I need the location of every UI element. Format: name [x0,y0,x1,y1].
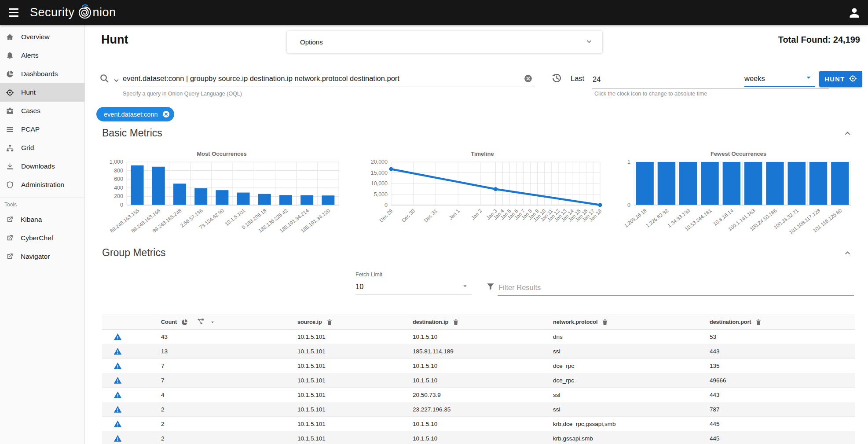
bar[interactable] [723,162,740,205]
bar[interactable] [173,183,186,205]
warning-triangle-icon[interactable] [114,377,122,384]
bar[interactable] [658,162,675,205]
table-cell[interactable]: 10.1.5.10 [402,431,542,444]
bar[interactable] [744,162,762,205]
sidebar-item-cases[interactable]: Cases [0,102,84,120]
options-expander[interactable]: Options [287,31,602,53]
sidebar-item-cyberchef[interactable]: CyberChef [0,229,84,247]
table-cell[interactable]: 2 [150,402,287,417]
table-row[interactable]: 210.1.5.10110.1.5.10krb,dce_rpc,gssapi,s… [102,417,855,431]
sidebar-item-overview[interactable]: Overview [0,28,84,46]
table-cell[interactable]: 2 [150,431,287,444]
warning-triangle-icon[interactable] [114,435,122,442]
time-unit-select[interactable]: weeks [744,70,815,87]
table-cell[interactable]: 2 [150,417,287,431]
chart-canvas[interactable]: 05,00010,00015,00020,000Dec 29Dec 30Dec … [360,158,604,246]
sidebar-item-grid[interactable]: Grid [0,139,84,157]
table-cell[interactable]: 7 [150,359,287,373]
bar[interactable] [131,165,144,205]
table-cell[interactable]: krb,gssapi,smb [542,431,699,444]
chevron-down-icon[interactable] [586,38,593,46]
trash-icon[interactable] [755,319,762,326]
table-cell[interactable]: 10.1.5.10 [402,417,542,431]
table-cell[interactable]: krb,dce_rpc,gssapi,smb [542,417,699,431]
sidebar-item-administration[interactable]: Administration [0,176,84,194]
bar[interactable] [279,195,292,205]
bar[interactable] [322,195,334,205]
table-cell[interactable]: 4 [150,388,287,402]
fetch-limit-select[interactable]: 10 [355,279,472,294]
table-cell[interactable]: 10.1.5.101 [287,330,402,344]
table-cell[interactable]: 445 [699,431,855,444]
table-row[interactable]: 710.1.5.10110.1.5.10dce_rpc49666 [102,373,855,388]
table-cell[interactable]: ssl [542,344,699,359]
table-cell[interactable]: 7 [150,373,287,388]
sidebar-item-hunt[interactable]: Hunt [0,83,84,102]
table-cell[interactable]: 10.1.5.101 [287,402,402,417]
chart-canvas[interactable]: 02004006008001,00089.248.163.15589.248.1… [101,158,342,246]
table-cell[interactable]: 135 [699,359,855,373]
warning-triangle-icon[interactable] [114,348,122,355]
table-cell[interactable]: 787 [699,402,855,417]
filter-chip[interactable]: event.dataset:conn [96,107,174,121]
bar[interactable] [788,162,806,205]
warning-triangle-icon[interactable] [114,391,122,399]
app-logo[interactable]: Security nion [30,3,116,22]
trash-icon[interactable] [452,319,459,326]
bar[interactable] [152,167,165,205]
pie-chart-icon[interactable] [181,319,188,326]
bar[interactable] [679,162,697,205]
table-cell[interactable]: 10.1.5.101 [287,388,402,402]
table-cell[interactable]: 10.1.5.101 [287,344,402,359]
table-cell[interactable]: 10.1.5.101 [287,373,402,388]
warning-triangle-icon[interactable] [114,362,122,370]
table-cell[interactable]: 43 [150,330,287,344]
warning-triangle-icon[interactable] [114,420,122,428]
table-row[interactable]: 710.1.5.10110.1.5.10dce_rpc135 [102,359,855,373]
group-drilldown-icon[interactable] [197,318,205,327]
basic-metrics-collapse-icon[interactable] [842,128,853,140]
table-cell[interactable]: 185.81.114.189 [402,344,542,359]
trash-icon[interactable] [601,319,608,326]
table-cell[interactable]: 53 [699,330,855,344]
table-cell[interactable]: 443 [699,344,855,359]
table-cell[interactable]: 10.1.5.10 [402,330,542,344]
user-avatar-icon[interactable] [848,6,861,19]
bar[interactable] [701,162,718,205]
sidebar-item-navigator[interactable]: Navigator [0,247,84,266]
table-cell[interactable]: 445 [699,417,855,431]
table-cell[interactable]: ssl [542,402,699,417]
bar[interactable] [831,162,849,205]
bar[interactable] [258,194,271,205]
sidebar-item-alerts[interactable]: Alerts [0,46,84,65]
table-cell[interactable]: dce_rpc [542,359,699,373]
warning-triangle-icon[interactable] [114,333,122,341]
table-cell[interactable]: 49666 [699,373,855,388]
bar[interactable] [216,190,228,205]
chart-canvas[interactable]: 011.203.16.181.226.62.921.34.93.13910.53… [623,158,854,246]
table-row[interactable]: 210.1.5.10123.227.196.35ssl787 [102,402,855,417]
hunt-button[interactable]: HUNT [819,71,862,87]
table-row[interactable]: 410.1.5.10120.50.73.9ssl443 [102,388,855,402]
data-point[interactable] [389,167,393,171]
table-cell[interactable]: 10.1.5.101 [287,359,402,373]
clear-query-icon[interactable] [524,74,533,85]
bar[interactable] [636,162,653,205]
trash-icon[interactable] [326,319,333,326]
bar[interactable] [300,195,313,205]
table-cell[interactable]: 23.227.196.35 [402,402,542,417]
table-row[interactable]: 4310.1.5.10110.1.5.10dns53 [102,330,855,344]
table-row[interactable]: 1310.1.5.101185.81.114.189ssl443 [102,344,855,359]
table-cell[interactable]: dce_rpc [542,373,699,388]
table-cell[interactable]: 13 [150,344,287,359]
bar[interactable] [237,193,250,205]
group-metrics-collapse-icon[interactable] [842,248,853,260]
warning-triangle-icon[interactable] [114,406,122,413]
sidebar-item-pcap[interactable]: PCAP [0,120,84,139]
table-cell[interactable]: 10.1.5.10 [402,359,542,373]
caret-down-icon[interactable] [209,319,216,325]
history-clock-icon[interactable] [551,73,562,85]
table-row[interactable]: 210.1.5.10110.1.5.10krb,gssapi,smb445 [102,431,855,444]
table-cell[interactable]: 10.1.5.101 [287,431,402,444]
sidebar-item-dashboards[interactable]: Dashboards [0,65,84,83]
